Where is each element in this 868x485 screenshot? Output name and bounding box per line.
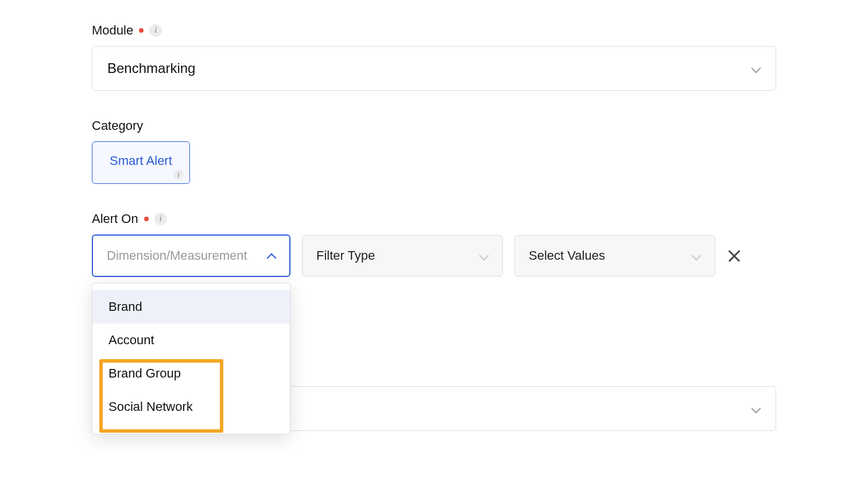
category-label-text: Category — [92, 118, 143, 133]
category-label: Category — [92, 118, 776, 133]
dropdown-option-brand-group[interactable]: Brand Group — [92, 357, 290, 390]
chevron-down-icon — [479, 251, 489, 260]
module-select-value: Benchmarking — [107, 60, 195, 76]
dimension-measurement-combobox[interactable] — [92, 234, 290, 277]
filter-type-label: Filter Type — [316, 248, 375, 263]
info-icon[interactable]: i — [149, 24, 162, 37]
chevron-up-icon — [267, 251, 276, 260]
module-label: Module i — [92, 23, 776, 38]
remove-row-button[interactable] — [727, 248, 742, 263]
dropdown-option-social-network[interactable]: Social Network — [92, 390, 290, 424]
chevron-down-icon — [751, 64, 761, 73]
dropdown-option-account[interactable]: Account — [92, 324, 290, 357]
required-indicator-icon — [144, 217, 149, 221]
dimension-dropdown-menu: Brand Account Brand Group Social Network — [92, 283, 290, 434]
alert-on-label: Alert On i — [92, 211, 776, 226]
required-indicator-icon — [139, 28, 144, 33]
chevron-down-icon — [751, 404, 761, 413]
alert-on-label-text: Alert On — [92, 211, 138, 226]
filter-type-select[interactable]: Filter Type — [302, 235, 503, 276]
module-select[interactable]: Benchmarking — [92, 46, 776, 91]
category-chip-label: Smart Alert — [110, 153, 172, 168]
info-icon[interactable]: i — [154, 213, 167, 225]
dimension-measurement-input[interactable] — [107, 248, 267, 263]
dropdown-option-brand[interactable]: Brand — [92, 290, 290, 324]
select-values-select[interactable]: Select Values — [514, 235, 715, 276]
info-icon[interactable]: i — [173, 170, 184, 180]
category-chip-smart-alert[interactable]: Smart Alert i — [92, 141, 190, 184]
module-label-text: Module — [92, 23, 133, 38]
select-values-label: Select Values — [529, 248, 605, 263]
chevron-down-icon — [692, 251, 701, 260]
